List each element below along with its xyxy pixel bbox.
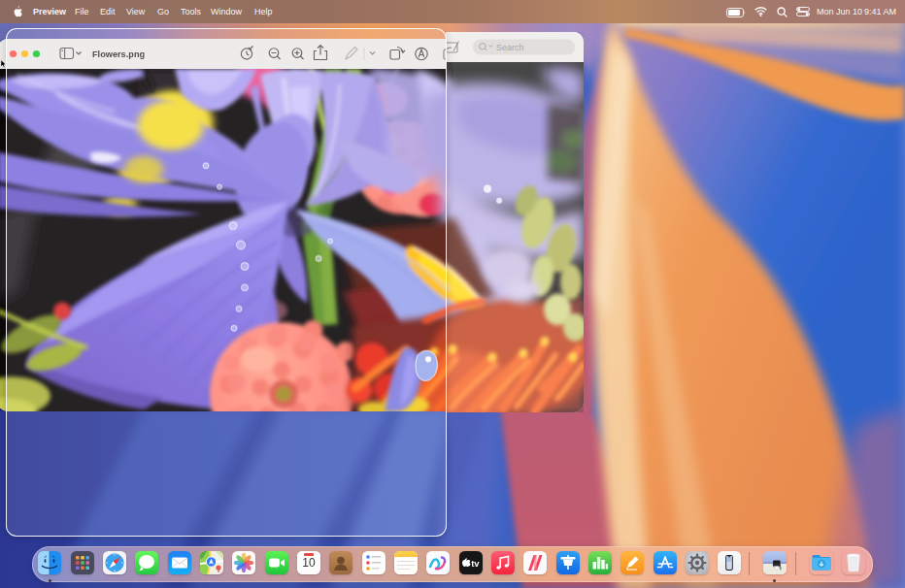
svg-text:tv: tv bbox=[471, 558, 480, 568]
